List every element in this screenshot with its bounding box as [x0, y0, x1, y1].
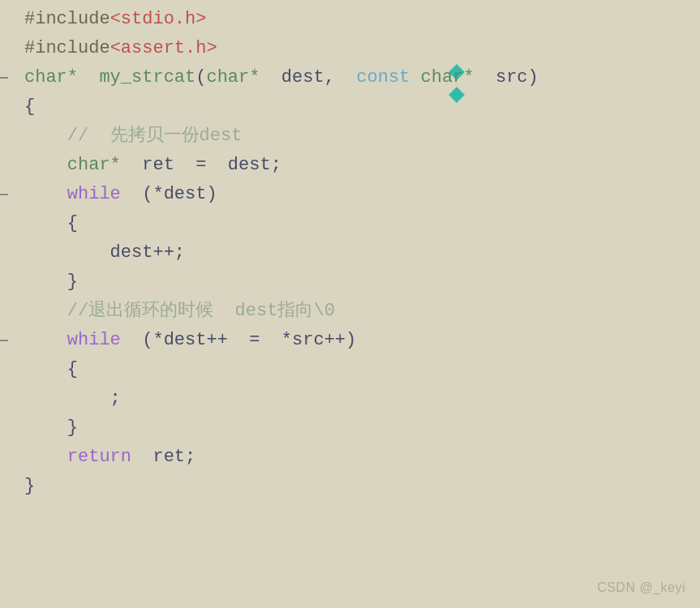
include-bracket: < [110, 9, 121, 29]
line-content-8: { [16, 210, 78, 238]
include-text: stdio.h [121, 9, 195, 29]
type-char: char* [24, 67, 78, 88]
keyword-while-1: while [67, 184, 121, 204]
directive2: #include [24, 38, 110, 58]
code-line-11: //退出循环的时候 dest指向\0 [0, 297, 700, 326]
collapse-indicator-1[interactable] [0, 63, 8, 92]
line-content-14: ; [16, 385, 121, 413]
line-content-12: while (*dest++ = *src++) [16, 327, 356, 354]
code-line-15: } [0, 413, 700, 443]
code-line-8: { [0, 209, 700, 238]
code-line-7: while (*dest) [0, 180, 700, 209]
line-content-15: } [16, 414, 78, 442]
code-line-17: } [0, 472, 700, 501]
collapse-indicator-2[interactable] [0, 180, 8, 209]
line-content-2: #include<assert.h> [16, 35, 217, 62]
include-bracket-close2: > [206, 38, 217, 58]
line-content-1: #include<stdio.h> [16, 6, 206, 33]
include-text2: assert.h [121, 38, 207, 58]
line-content-17: } [16, 473, 35, 500]
minus-icon-3 [0, 340, 8, 341]
line-content-9: dest++; [16, 239, 185, 267]
line-content-10: } [16, 268, 78, 296]
line-content-4: { [16, 93, 35, 121]
code-line-5: // 先拷贝一份dest [0, 122, 700, 151]
collapse-indicator-3[interactable] [0, 326, 8, 355]
code-line-13: { [0, 355, 700, 384]
minus-icon-2 [0, 194, 8, 195]
code-line-16: return ret; [0, 443, 700, 472]
line-content-6: char* ret = dest; [16, 152, 281, 179]
func-name: my_strcat [99, 67, 195, 88]
minus-icon-1 [0, 77, 8, 79]
line-content-3: char* my_strcat(char* dest, const char* … [16, 64, 539, 92]
code-line-2: #include<assert.h> [0, 34, 700, 63]
code-line-3: char* my_strcat(char* dest, const char* … [0, 63, 700, 92]
code-line-14: ; [0, 384, 700, 413]
line-content-16: return ret; [16, 443, 195, 471]
line-content-5: // 先拷贝一份dest [16, 122, 242, 150]
line-content-7: while (*dest) [16, 181, 217, 208]
keyword-while-2: while [67, 330, 121, 350]
code-line-6: char* ret = dest; [0, 151, 700, 180]
code-line-4: { [0, 92, 700, 122]
code-line-1: #include<stdio.h> [0, 5, 700, 34]
line-content-11: //退出循环的时候 dest指向\0 [16, 298, 335, 325]
code-editor: #include<stdio.h> #include<assert.h> cha… [0, 0, 700, 608]
directive: #include [24, 9, 110, 29]
code-line-12: while (*dest++ = *src++) [0, 326, 700, 355]
include-bracket2: < [110, 38, 121, 58]
watermark: CSDN @_keyi [597, 578, 685, 598]
line-content-13: { [16, 356, 78, 383]
include-bracket-close: > [195, 9, 206, 29]
code-line-9: dest++; [0, 238, 700, 268]
code-line-10: } [0, 268, 700, 297]
